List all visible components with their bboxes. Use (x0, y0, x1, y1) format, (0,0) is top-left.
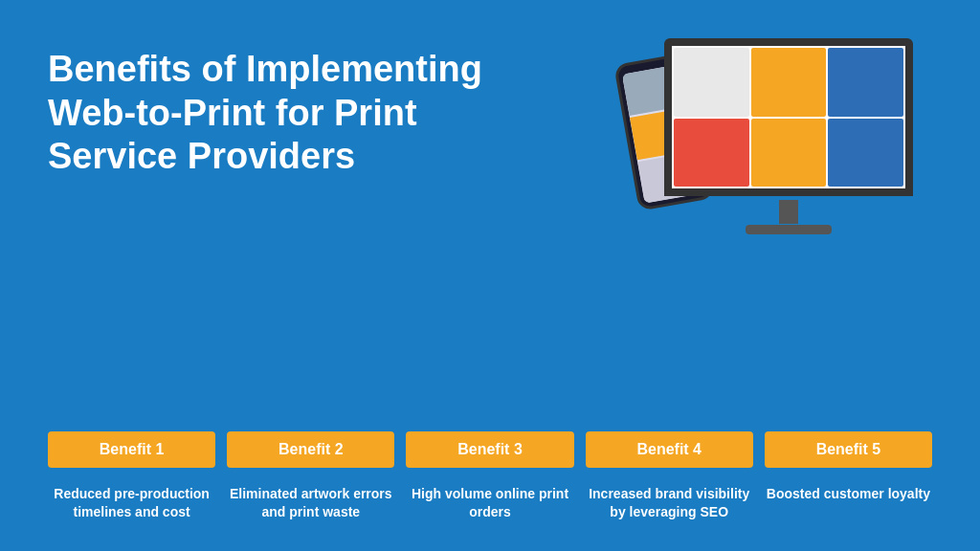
benefit-desc-3: High volume online print orders (406, 485, 573, 522)
benefit-tabs: Benefit 1 Benefit 2 Benefit 3 Benefit 4 … (48, 431, 932, 468)
benefit-descriptions: Reduced pre-production timelines and cos… (48, 485, 932, 522)
device-illustration (534, 38, 932, 239)
benefit-desc-4: Increased brand visibility by leveraging… (586, 485, 753, 522)
benefit-tab-3[interactable]: Benefit 3 (406, 431, 573, 468)
benefit-desc-1: Reduced pre-production timelines and cos… (48, 485, 215, 522)
screen-cell-3 (828, 48, 903, 117)
top-section: Benefits of Implementing Web-to-Print fo… (48, 38, 932, 239)
monitor-illustration (655, 38, 923, 239)
benefit-desc-2: Eliminated artwork errors and print wast… (227, 485, 394, 522)
benefit-tab-1[interactable]: Benefit 1 (48, 431, 215, 468)
monitor-screen-inner (672, 46, 905, 188)
page-title: Benefits of Implementing Web-to-Print fo… (48, 48, 534, 179)
benefit-desc-5: Boosted customer loyalty (765, 485, 932, 522)
benefits-section: Benefit 1 Benefit 2 Benefit 3 Benefit 4 … (48, 431, 932, 522)
screen-cell-2 (751, 48, 827, 117)
benefit-tab-2[interactable]: Benefit 2 (227, 431, 394, 468)
content-area: Benefits of Implementing Web-to-Print fo… (48, 38, 932, 522)
main-container: Benefits of Implementing Web-to-Print fo… (0, 0, 980, 551)
benefit-tab-4[interactable]: Benefit 4 (586, 431, 753, 468)
monitor-screen (664, 38, 913, 196)
monitor-stand-base (746, 225, 832, 234)
monitor-stand-neck (779, 200, 798, 224)
title-area: Benefits of Implementing Web-to-Print fo… (48, 38, 534, 179)
screen-cell-6 (828, 119, 903, 187)
screen-cell-4 (674, 119, 749, 187)
benefit-tab-5[interactable]: Benefit 5 (765, 431, 932, 468)
screen-cell-1 (674, 48, 749, 117)
screen-cell-5 (751, 119, 827, 187)
